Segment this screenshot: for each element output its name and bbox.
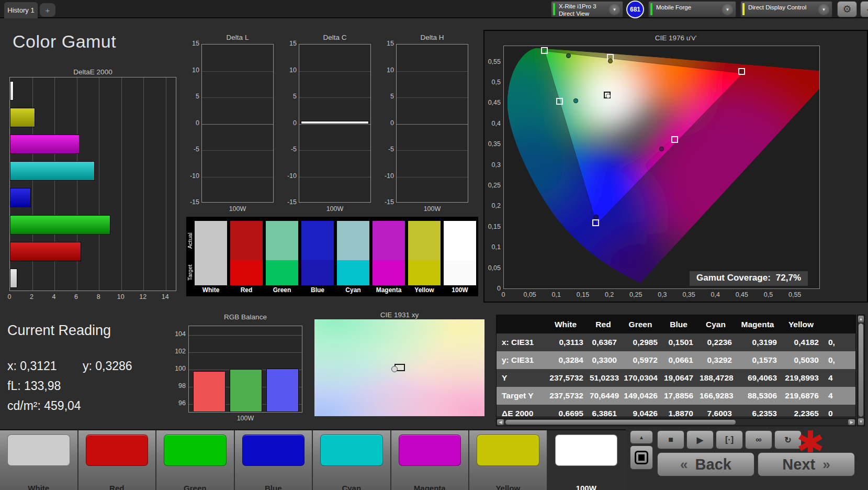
cie-xtick: 0,05	[521, 291, 539, 298]
chevron-down-icon[interactable]: ▼	[722, 4, 733, 15]
cell-Red: 6,3861	[590, 409, 623, 417]
cie-ytick: 0,2	[484, 202, 501, 209]
cell-White: 0,3113	[548, 338, 590, 347]
actual-swatch-Magenta	[373, 221, 405, 260]
ytick-label: 10	[379, 66, 394, 74]
column-header-Blue: Blue	[664, 320, 700, 329]
patch-button-Yellow[interactable]: Yellow	[469, 430, 548, 490]
back-chevron-icon: «	[680, 456, 687, 473]
gridline	[202, 177, 273, 177]
ytick-label: 0	[282, 119, 297, 127]
cie-ytick: 0,25	[484, 182, 501, 189]
delta-h-title: Delta H	[396, 34, 468, 41]
patch-button-Red[interactable]: Red	[78, 430, 157, 490]
rgb-ytick: 104	[173, 330, 186, 338]
target-square-green	[541, 47, 548, 54]
actual-target-swatch-panel: ActualTargetWhiteRedGreenBlueCyanMagenta…	[186, 217, 478, 296]
cell-Red: 51,0233	[590, 373, 623, 383]
back-button[interactable]: « Back	[657, 452, 754, 476]
range-icon[interactable]: [·]	[716, 430, 743, 449]
play-icon[interactable]: ▶	[686, 430, 714, 449]
ytick-label: 10	[282, 66, 297, 74]
row-label: Y	[497, 373, 548, 383]
cell-Red: 0,6367	[590, 338, 623, 347]
column-header-Green: Green	[623, 320, 664, 329]
pattern-dropdown-label: Mobile Forge	[656, 4, 691, 11]
scroll-left-icon[interactable]: ◀	[497, 419, 504, 425]
cell-Red: 0,3300	[590, 355, 623, 365]
cie-xtick: 0	[494, 291, 513, 298]
rgb-ytick: 98	[173, 382, 186, 389]
cell-Yellow: 0,4182	[783, 338, 825, 347]
ytick-label: 15	[379, 40, 394, 47]
table-row-x-CIE31[interactable]: x: CIE310,31130,63670,29850,15010,22360,…	[497, 333, 855, 351]
cie-1976-plot: Gamut Coverage: 72,7%	[503, 46, 820, 289]
cell-Yellow: 0,5030	[783, 355, 825, 365]
gear-icon[interactable]: ⚙	[837, 1, 857, 17]
row-label: ΔE 2000	[497, 409, 548, 417]
stop-icon[interactable]: ■	[657, 430, 684, 449]
pattern-window-button[interactable]	[630, 446, 653, 470]
row-label: y: CIE31	[497, 355, 548, 365]
chevron-down-icon[interactable]: ▼	[818, 4, 829, 15]
hscroll-thumb[interactable]	[505, 420, 736, 425]
table-row-ΔE-2000[interactable]: ΔE 20000,66956,38619,04261,88707,60036,2…	[497, 405, 855, 417]
cie-1976-title: CIE 1976 u'v'	[484, 34, 867, 42]
gridline	[202, 124, 273, 125]
table-row-y-CIE31[interactable]: y: CIE310,32840,33000,59720,06610,32920,…	[497, 351, 855, 369]
patch-button-White[interactable]: White	[0, 430, 78, 490]
patch-swatch-Red	[86, 435, 149, 466]
cell-Cyan: 0,2236	[700, 338, 738, 347]
ytick-label: -5	[379, 146, 394, 153]
meter-dropdown[interactable]: X-Rite i1Pro 3 Direct View ▼	[551, 1, 623, 17]
patch-button-Cyan[interactable]: Cyan	[313, 430, 391, 490]
gridline	[202, 150, 273, 151]
pattern-source-dropdown[interactable]: Mobile Forge ▼	[648, 1, 736, 17]
cie-xtick: 0,1	[547, 291, 566, 298]
table-row-Target-Y[interactable]: Target Y237,573270,6449149,042617,885616…	[497, 387, 855, 405]
vscroll-thumb[interactable]	[859, 324, 863, 417]
cell-clipped: 0,	[825, 338, 855, 347]
meter-count-badge: 681	[626, 1, 644, 18]
table-vertical-scrollbar[interactable]: ▲ ▼	[857, 315, 865, 426]
pattern-accent-bar	[650, 3, 652, 15]
next-button[interactable]: Next »	[758, 452, 855, 476]
add-tab-button[interactable]: +	[40, 3, 55, 17]
ytick-label: -15	[185, 198, 199, 206]
ytick-label: 5	[185, 93, 199, 100]
target-swatch-100W	[444, 260, 476, 285]
collapse-panel-icon[interactable]: ◀	[860, 1, 868, 17]
scroll-up-icon[interactable]: ▲	[858, 316, 864, 322]
patch-label: Magenta	[391, 484, 469, 490]
gridline	[143, 77, 144, 291]
table-row-Y[interactable]: Y237,573251,0233170,030419,0647188,47286…	[497, 369, 855, 387]
display-control-dropdown[interactable]: Direct Display Control ▼	[740, 1, 832, 17]
patch-button-100W[interactable]: 100W	[548, 430, 626, 490]
gridline	[299, 177, 370, 177]
ytick-label: -5	[282, 146, 297, 153]
measured-white-dot	[391, 366, 398, 372]
scroll-down-icon[interactable]: ▼	[858, 418, 864, 425]
cell-Red: 70,6449	[590, 391, 623, 400]
cie-1931-title: CIE 1931 xy	[314, 311, 484, 319]
patch-button-Blue[interactable]: Blue	[235, 430, 313, 490]
collapse-up-button[interactable]: ▲	[630, 430, 653, 444]
cie-xtick: 0,3	[653, 291, 672, 298]
ytick-label: 0	[185, 119, 199, 127]
chevron-down-icon[interactable]: ▼	[609, 4, 620, 15]
delta-h-plot	[396, 44, 468, 203]
patch-label: Green	[156, 484, 234, 490]
loop-icon[interactable]: ∞	[745, 430, 772, 449]
cell-White: 237,5732	[548, 373, 590, 383]
patch-button-Green[interactable]: Green	[156, 430, 235, 490]
patch-button-Magenta[interactable]: Magenta	[391, 430, 470, 490]
cell-Magenta: 0,3199	[738, 338, 783, 347]
cell-clipped: 4	[825, 373, 855, 383]
scroll-right-icon[interactable]: ▶	[848, 419, 855, 425]
tab-history-1[interactable]: History 1	[4, 2, 38, 18]
meter-dropdown-label: X-Rite i1Pro 3 Direct View	[559, 3, 596, 17]
delta-c-plot	[299, 44, 371, 203]
next-chevron-icon: »	[822, 456, 830, 473]
ytick-label: -15	[282, 198, 297, 206]
cell-Yellow: 219,6876	[783, 391, 825, 400]
